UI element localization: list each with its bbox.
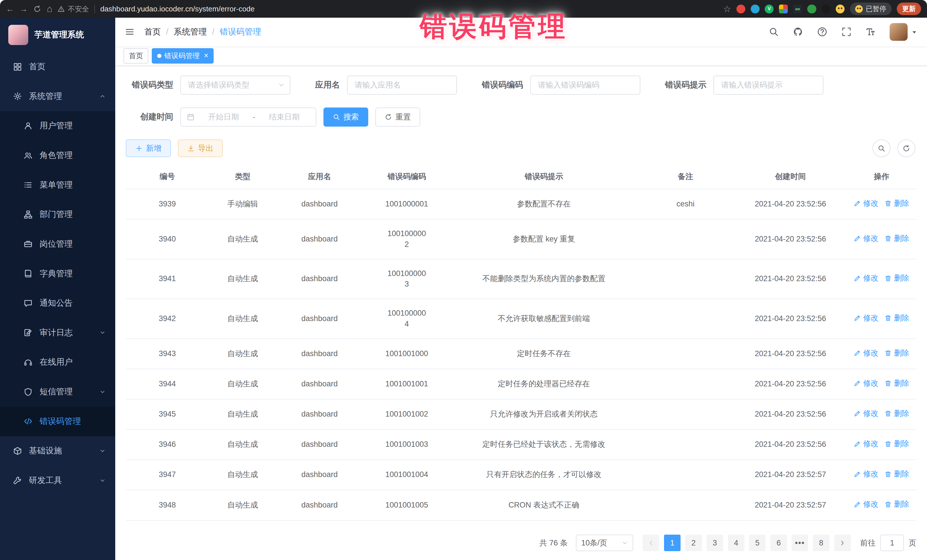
address-bar[interactable]: dashboard.yudao.iocoder.cn/system/error-… [100,5,254,13]
delete-link[interactable]: 删除 [884,198,909,209]
edit-link[interactable]: 修改 [854,469,878,480]
delete-link[interactable]: 删除 [884,348,909,359]
refresh-table-button[interactable] [897,140,915,157]
extension-icon[interactable] [821,5,830,14]
forward-icon[interactable]: → [20,4,28,14]
type-select[interactable] [180,76,290,94]
cell-actions: 修改删除 [846,299,916,339]
error-message-input[interactable] [713,76,824,94]
pager-more[interactable]: ••• [792,535,808,551]
edit-link[interactable]: 修改 [854,348,878,359]
breadcrumb-home[interactable]: 首页 [144,26,161,38]
error-code-input[interactable] [530,76,640,94]
sidebar-item-菜单管理[interactable]: 菜单管理 [0,170,115,200]
search-icon[interactable] [769,27,779,37]
users-icon [24,151,32,160]
update-button[interactable]: 更新 [897,3,921,15]
edit-link[interactable]: 修改 [854,378,878,389]
page-button-2[interactable]: 2 [685,535,702,551]
breadcrumb-system[interactable]: 系统管理 [174,26,207,38]
sidebar-item-字典管理[interactable]: 字典管理 [0,259,115,288]
tab-错误码管理[interactable]: 错误码管理× [152,48,214,64]
browser-profile-avatar[interactable] [836,5,845,14]
user-avatar-menu[interactable] [890,23,917,41]
help-icon[interactable] [817,27,827,37]
edit-link[interactable]: 修改 [854,439,878,449]
sidebar-item-短信管理[interactable]: 短信管理 [0,377,115,407]
toggle-search-button[interactable] [872,140,890,157]
sidebar-logo-row[interactable]: 芋道管理系统 [0,18,115,52]
extension-icon[interactable]: on [793,5,802,14]
search-button[interactable]: 搜索 [324,108,368,126]
delete-link[interactable]: 删除 [884,313,909,323]
page-size-select[interactable]: 10条/页 [576,535,633,551]
add-button[interactable]: 新增 [126,140,170,157]
close-icon[interactable]: × [204,52,208,59]
home-icon[interactable]: ⌂ [47,3,53,14]
cell-app: dashboard [277,259,363,299]
sidebar-item-部门管理[interactable]: 部门管理 [0,200,115,229]
fullscreen-icon[interactable] [842,27,851,37]
edit-link[interactable]: 修改 [854,233,878,244]
next-page-button[interactable] [834,535,851,551]
edit-link[interactable]: 修改 [854,273,878,284]
cell-message: 不允许获取敏感配置到前端 [451,299,637,339]
delete-link[interactable]: 删除 [884,469,909,480]
sidebar-item-基础设施[interactable]: 基础设施 [0,436,115,466]
app-title: 芋道管理系统 [34,29,84,41]
bookmark-star-icon[interactable]: ☆ [723,4,731,14]
edit-link[interactable]: 修改 [854,198,878,209]
font-size-icon[interactable] [865,27,875,37]
cell-message: 定时任务不存在 [451,339,637,369]
extension-icon[interactable] [737,5,745,14]
sidebar-item-研发工具[interactable]: 研发工具 [0,466,115,495]
date-range-picker[interactable]: 开始日期 - 结束日期 [180,108,316,126]
extension-icon[interactable]: V [765,5,774,14]
reload-icon[interactable] [33,5,41,13]
sidebar-item-在线用户[interactable]: 在线用户 [0,348,115,377]
sidebar-item-系统管理[interactable]: 系统管理 [0,82,115,111]
extension-icon[interactable] [807,5,816,14]
delete-link[interactable]: 删除 [884,439,909,449]
prev-page-button[interactable] [643,535,659,551]
page-button-5[interactable]: 5 [749,535,766,551]
delete-link[interactable]: 删除 [884,408,909,419]
delete-link[interactable]: 删除 [884,378,909,389]
edit-link[interactable]: 修改 [854,499,878,510]
extension-icon[interactable] [751,5,760,14]
back-icon[interactable]: ← [6,4,14,14]
sidebar-item-审计日志[interactable]: 审计日志 [0,318,115,348]
cell-message: CRON 表达式不正确 [451,490,637,520]
sidebar-item-首页[interactable]: 首页 [0,52,115,82]
edit-link[interactable]: 修改 [854,313,878,323]
sidebar-item-角色管理[interactable]: 角色管理 [0,141,115,170]
export-button[interactable]: 导出 [178,140,223,157]
security-indicator[interactable]: 不安全 [58,4,89,14]
delete-link[interactable]: 删除 [884,233,909,244]
page-button-1[interactable]: 1 [664,535,681,551]
sidebar-item-label: 岗位管理 [40,238,73,250]
sidebar-item-错误码管理[interactable]: 错误码管理 [0,407,115,436]
sidebar-item-通知公告[interactable]: 通知公告 [0,288,115,318]
delete-link[interactable]: 删除 [884,499,909,510]
app-name-input[interactable] [347,76,457,94]
sidebar-item-用户管理[interactable]: 用户管理 [0,111,115,141]
paused-button[interactable]: 已暂停 [850,3,892,15]
edit-link[interactable]: 修改 [854,408,878,419]
page-button-4[interactable]: 4 [728,535,745,551]
extension-icon[interactable] [779,5,788,14]
page-button-6[interactable]: 6 [770,535,787,551]
reset-button[interactable]: 重置 [375,108,420,126]
cell-message: 定时任务的处理器已经存在 [451,369,637,399]
goto-page-input[interactable] [880,535,904,551]
chevron-down-icon [99,329,106,336]
tab-首页[interactable]: 首页 [123,48,148,64]
sidebar-item-岗位管理[interactable]: 岗位管理 [0,229,115,259]
hamburger-icon[interactable] [125,27,135,37]
breadcrumb-current[interactable]: 错误码管理 [220,26,261,38]
page-button-8[interactable]: 8 [813,535,830,551]
delete-link[interactable]: 删除 [884,273,909,284]
page-button-3[interactable]: 3 [707,535,723,551]
github-icon[interactable] [793,27,803,37]
table-row: 3940自动生成dashboard1001000002参数配置 key 重复20… [126,219,916,259]
